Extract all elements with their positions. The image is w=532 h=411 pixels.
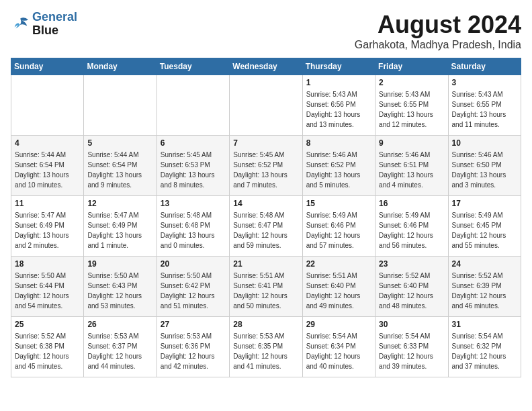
calendar-row: 4Sunrise: 5:44 AMSunset: 6:54 PMDaylight… [11,136,521,196]
day-info: Sunrise: 5:50 AMSunset: 6:42 PMDaylight:… [161,271,226,311]
day-number: 18 [15,259,80,269]
day-number: 13 [161,199,226,208]
day-info: Sunrise: 5:49 AMSunset: 6:46 PMDaylight:… [306,210,371,250]
weekday-header-cell: Wednesday [230,58,302,75]
calendar-cell: 6Sunrise: 5:45 AMSunset: 6:53 PMDaylight… [157,136,229,196]
day-info: Sunrise: 5:46 AMSunset: 6:52 PMDaylight:… [306,150,371,190]
day-number: 2 [379,78,444,87]
day-number: 11 [15,199,80,208]
day-number: 12 [87,199,152,208]
day-number: 17 [452,199,517,208]
logo-line1: General [32,10,77,24]
calendar-row: 25Sunrise: 5:52 AMSunset: 6:38 PMDayligh… [11,317,521,377]
day-number: 14 [233,199,298,208]
calendar-cell: 3Sunrise: 5:43 AMSunset: 6:55 PMDaylight… [448,75,521,136]
day-info: Sunrise: 5:43 AMSunset: 6:56 PMDaylight:… [306,89,371,130]
day-info: Sunrise: 5:54 AMSunset: 6:32 PMDaylight:… [452,331,517,371]
day-info: Sunrise: 5:51 AMSunset: 6:41 PMDaylight:… [233,271,298,311]
day-info: Sunrise: 5:45 AMSunset: 6:52 PMDaylight:… [233,150,298,190]
day-number: 4 [15,138,80,148]
day-info: Sunrise: 5:49 AMSunset: 6:45 PMDaylight:… [452,210,517,250]
day-info: Sunrise: 5:47 AMSunset: 6:49 PMDaylight:… [87,210,152,250]
calendar-row: 18Sunrise: 5:50 AMSunset: 6:44 PMDayligh… [11,257,521,317]
calendar-cell: 24Sunrise: 5:52 AMSunset: 6:39 PMDayligh… [448,257,521,317]
calendar-cell: 19Sunrise: 5:50 AMSunset: 6:43 PMDayligh… [84,257,157,317]
month-title: August 2024 [355,11,521,39]
calendar-cell: 13Sunrise: 5:48 AMSunset: 6:48 PMDayligh… [157,196,229,257]
calendar-cell: 28Sunrise: 5:53 AMSunset: 6:35 PMDayligh… [230,317,302,377]
day-number: 6 [161,138,226,148]
calendar-cell: 1Sunrise: 5:43 AMSunset: 6:56 PMDaylight… [302,75,375,136]
day-info: Sunrise: 5:49 AMSunset: 6:46 PMDaylight:… [379,210,444,250]
calendar-cell: 5Sunrise: 5:44 AMSunset: 6:54 PMDaylight… [84,136,157,196]
calendar-cell [11,75,84,136]
day-info: Sunrise: 5:48 AMSunset: 6:48 PMDaylight:… [161,210,226,250]
day-info: Sunrise: 5:46 AMSunset: 6:51 PMDaylight:… [379,150,444,190]
day-info: Sunrise: 5:45 AMSunset: 6:53 PMDaylight:… [161,150,226,190]
weekday-header-cell: Saturday [448,58,521,75]
day-info: Sunrise: 5:43 AMSunset: 6:55 PMDaylight:… [452,89,517,130]
day-number: 29 [306,320,371,329]
calendar-cell: 29Sunrise: 5:54 AMSunset: 6:34 PMDayligh… [302,317,375,377]
day-number: 22 [306,259,371,269]
calendar-cell: 25Sunrise: 5:52 AMSunset: 6:38 PMDayligh… [11,317,84,377]
calendar-cell [230,75,302,136]
weekday-header-cell: Friday [375,58,448,75]
day-number: 26 [87,320,152,329]
title-block: August 2024 Garhakota, Madhya Pradesh, I… [355,11,521,51]
logo-line2: Blue [32,24,77,38]
day-info: Sunrise: 5:46 AMSunset: 6:50 PMDaylight:… [452,150,517,190]
day-number: 19 [87,259,152,269]
calendar-row: 1Sunrise: 5:43 AMSunset: 6:56 PMDaylight… [11,75,521,136]
day-number: 30 [379,320,444,329]
day-info: Sunrise: 5:51 AMSunset: 6:40 PMDaylight:… [306,271,371,311]
calendar-cell [84,75,157,136]
day-info: Sunrise: 5:53 AMSunset: 6:35 PMDaylight:… [233,331,298,371]
calendar-cell: 20Sunrise: 5:50 AMSunset: 6:42 PMDayligh… [157,257,229,317]
calendar-cell: 26Sunrise: 5:53 AMSunset: 6:37 PMDayligh… [84,317,157,377]
day-info: Sunrise: 5:54 AMSunset: 6:33 PMDaylight:… [379,331,444,371]
day-info: Sunrise: 5:52 AMSunset: 6:38 PMDaylight:… [15,331,80,371]
weekday-header-cell: Tuesday [157,58,229,75]
calendar-cell: 21Sunrise: 5:51 AMSunset: 6:41 PMDayligh… [230,257,302,317]
logo-icon [11,16,30,32]
day-info: Sunrise: 5:50 AMSunset: 6:43 PMDaylight:… [87,271,152,311]
day-info: Sunrise: 5:53 AMSunset: 6:36 PMDaylight:… [161,331,226,371]
day-info: Sunrise: 5:52 AMSunset: 6:39 PMDaylight:… [452,271,517,311]
day-info: Sunrise: 5:54 AMSunset: 6:34 PMDaylight:… [306,331,371,371]
day-info: Sunrise: 5:44 AMSunset: 6:54 PMDaylight:… [87,150,152,190]
calendar-cell: 31Sunrise: 5:54 AMSunset: 6:32 PMDayligh… [448,317,521,377]
day-info: Sunrise: 5:43 AMSunset: 6:55 PMDaylight:… [379,89,444,130]
weekday-header-cell: Thursday [302,58,375,75]
day-info: Sunrise: 5:47 AMSunset: 6:49 PMDaylight:… [15,210,80,250]
calendar-cell: 9Sunrise: 5:46 AMSunset: 6:51 PMDaylight… [375,136,448,196]
calendar-cell: 4Sunrise: 5:44 AMSunset: 6:54 PMDaylight… [11,136,84,196]
calendar-cell [157,75,229,136]
day-number: 5 [87,138,152,148]
calendar-cell: 27Sunrise: 5:53 AMSunset: 6:36 PMDayligh… [157,317,229,377]
day-number: 16 [379,199,444,208]
weekday-header-cell: Sunday [11,58,84,75]
logo: General Blue [11,11,77,38]
calendar-cell: 22Sunrise: 5:51 AMSunset: 6:40 PMDayligh… [302,257,375,317]
day-number: 9 [379,138,444,148]
page-header: General Blue August 2024 Garhakota, Madh… [11,11,521,51]
calendar-cell: 12Sunrise: 5:47 AMSunset: 6:49 PMDayligh… [84,196,157,257]
calendar-cell: 17Sunrise: 5:49 AMSunset: 6:45 PMDayligh… [448,196,521,257]
weekday-header-row: SundayMondayTuesdayWednesdayThursdayFrid… [11,58,521,75]
day-info: Sunrise: 5:50 AMSunset: 6:44 PMDaylight:… [15,271,80,311]
day-info: Sunrise: 5:44 AMSunset: 6:54 PMDaylight:… [15,150,80,190]
day-number: 21 [233,259,298,269]
calendar-cell: 8Sunrise: 5:46 AMSunset: 6:52 PMDaylight… [302,136,375,196]
calendar-cell: 15Sunrise: 5:49 AMSunset: 6:46 PMDayligh… [302,196,375,257]
calendar-cell: 23Sunrise: 5:52 AMSunset: 6:40 PMDayligh… [375,257,448,317]
day-number: 31 [452,320,517,329]
calendar-cell: 2Sunrise: 5:43 AMSunset: 6:55 PMDaylight… [375,75,448,136]
day-number: 1 [306,78,371,87]
calendar-cell: 11Sunrise: 5:47 AMSunset: 6:49 PMDayligh… [11,196,84,257]
day-number: 25 [15,320,80,329]
day-number: 24 [452,259,517,269]
calendar-table: SundayMondayTuesdayWednesdayThursdayFrid… [11,58,521,377]
day-info: Sunrise: 5:53 AMSunset: 6:37 PMDaylight:… [87,331,152,371]
calendar-row: 11Sunrise: 5:47 AMSunset: 6:49 PMDayligh… [11,196,521,257]
